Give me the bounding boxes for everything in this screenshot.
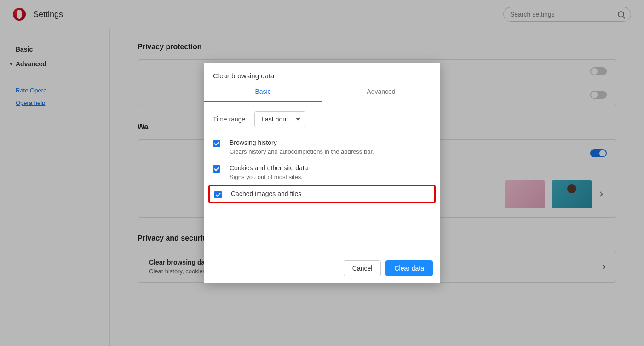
tab-basic[interactable]: Basic xyxy=(204,83,322,102)
time-range-value: Last hour xyxy=(261,115,288,123)
option-sub: Clears history and autocompletions in th… xyxy=(230,148,374,155)
chevron-down-icon xyxy=(296,118,300,121)
clear-data-button[interactable]: Clear data xyxy=(385,260,433,276)
time-range-select[interactable]: Last hour xyxy=(254,111,305,127)
checkbox-checked-icon[interactable] xyxy=(214,191,222,198)
dialog-title: Clear browsing data xyxy=(204,63,440,83)
option-sub: Signs you out of most sites. xyxy=(230,173,308,180)
tab-advanced[interactable]: Advanced xyxy=(322,83,440,102)
dialog-tabs: Basic Advanced xyxy=(204,83,440,102)
option-label: Cookies and other site data xyxy=(230,164,308,172)
option-cookies[interactable]: Cookies and other site data Signs you ou… xyxy=(213,160,431,185)
time-range-label: Time range xyxy=(213,115,245,123)
dialog-options: Browsing history Clears history and auto… xyxy=(204,132,440,206)
option-label: Browsing history xyxy=(230,139,374,146)
cancel-button[interactable]: Cancel xyxy=(344,260,381,276)
option-label: Cached images and files xyxy=(231,190,301,197)
checkbox-checked-icon[interactable] xyxy=(213,165,220,173)
dialog-footer: Cancel Clear data xyxy=(204,253,440,283)
option-browsing-history[interactable]: Browsing history Clears history and auto… xyxy=(213,134,431,160)
option-cached-images[interactable]: Cached images and files xyxy=(208,185,436,203)
time-range-row: Time range Last hour xyxy=(204,102,440,132)
checkbox-checked-icon[interactable] xyxy=(213,140,220,147)
clear-browsing-data-dialog: Clear browsing data Basic Advanced Time … xyxy=(204,63,440,283)
